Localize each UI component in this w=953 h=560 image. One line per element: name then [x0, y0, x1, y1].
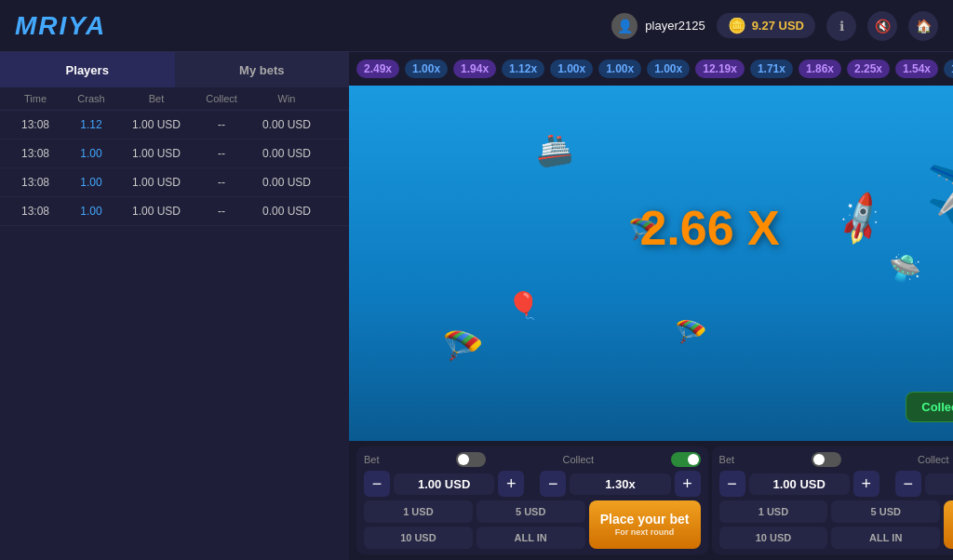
home-button[interactable]: 🏠	[908, 11, 938, 41]
main-layout: Players My bets Time Crash Bet Collect W…	[0, 52, 953, 560]
quick-btns-1: 1 USD 5 USD 10 USD ALL IN	[364, 500, 585, 549]
collect-minus-2[interactable]: −	[895, 471, 921, 497]
collect-value-2: 2.50x	[925, 473, 953, 495]
collect-label-2: Collect	[918, 454, 949, 465]
bet-bottom-2: 1 USD 5 USD 10 USD ALL IN Place your bet…	[719, 500, 953, 549]
mult-badge: 1.33x	[944, 60, 953, 78]
multiplier-bar: 2.49x 1.00x 1.94x 1.12x 1.00x 1.00x 1.00…	[349, 52, 953, 86]
bet-amount-section-2: − 1.00 USD +	[719, 471, 879, 497]
bet-minus-1[interactable]: −	[364, 471, 390, 497]
mute-button[interactable]: 🔇	[867, 11, 897, 41]
collected-badge: Collected: 2.50 USD	[906, 392, 953, 422]
btn-5usd-1[interactable]: 5 USD	[476, 500, 585, 523]
logo: MRIYA	[15, 11, 106, 41]
btn-10usd-1[interactable]: 10 USD	[364, 527, 473, 549]
left-panel: Players My bets Time Crash Bet Collect W…	[0, 52, 349, 560]
collect-toggle-1[interactable]	[671, 452, 701, 467]
place-bet-button-1[interactable]: Place your bet For next round	[589, 500, 701, 549]
col-win: Win	[249, 93, 324, 104]
bottom-controls: Bet Collect − 1.00 USD + − 1.30x +	[349, 441, 953, 560]
bet-label-1: Bet	[364, 454, 380, 465]
amount-row-1: − 1.00 USD + − 1.30x +	[364, 471, 701, 497]
mult-badge: 1.00x	[647, 60, 690, 78]
table-header: Time Crash Bet Collect Win	[0, 87, 349, 111]
game-canvas: 🚢 ✈️ 🚀 🛸 🎈 2.66 X 🪂 🪂 🪂 Collected: 2.50 …	[349, 86, 953, 441]
quick-btns-2: 1 USD 5 USD 10 USD ALL IN	[719, 500, 941, 549]
bet-toggle-2[interactable]	[812, 452, 841, 467]
header: MRIYA 👤 player2125 🪙 9.27 USD ℹ 🔇 🏠	[0, 0, 953, 52]
col-time: Time	[7, 93, 63, 104]
bet-label-2: Bet	[719, 454, 735, 465]
coin-icon: 🪙	[728, 17, 746, 34]
bet-top-row-2: Bet Collect	[719, 452, 953, 467]
table-row: 13:08 1.00 1.00 USD -- 0.00 USD	[0, 140, 349, 168]
blimp-mid: 🎈	[507, 290, 540, 321]
username: player2125	[645, 19, 705, 33]
place-bet-label-1: Place your bet	[600, 512, 690, 527]
btn-allin-1[interactable]: ALL IN	[476, 527, 585, 549]
balance-box: 🪙 9.27 USD	[717, 13, 815, 38]
parachute1: 🪂	[442, 327, 484, 367]
plane: ✈️	[926, 160, 953, 226]
table-row: 13:08 1.00 1.00 USD -- 0.00 USD	[0, 168, 349, 197]
amount-row-2: − 1.00 USD + − 2.50x +	[719, 471, 953, 497]
mult-badge: 2.25x	[847, 60, 890, 78]
bet-amount-2: 1.00 USD	[749, 473, 850, 495]
collect-plus-1[interactable]: +	[675, 471, 701, 497]
rocket2: 🛸	[889, 253, 921, 284]
right-panel: 2.49x 1.00x 1.94x 1.12x 1.00x 1.00x 1.00…	[349, 52, 953, 560]
bet-panel-2: Bet Collect − 1.00 USD + − 2.50x +	[712, 447, 953, 554]
mult-badge: 1.86x	[799, 60, 841, 78]
bet-top-row-1: Bet Collect	[364, 452, 701, 467]
tab-my-bets[interactable]: My bets	[175, 52, 350, 87]
bet-minus-2[interactable]: −	[719, 471, 745, 497]
mult-badge: 1.12x	[502, 60, 544, 78]
balance-value: 9.27 USD	[752, 19, 804, 33]
user-info: 👤 player2125	[611, 13, 705, 39]
tab-players[interactable]: Players	[0, 52, 175, 87]
mult-badge: 2.49x	[356, 60, 399, 78]
mult-badge: 1.00x	[405, 60, 448, 78]
btn-1usd-1[interactable]: 1 USD	[364, 500, 473, 523]
mult-badge: 1.00x	[598, 60, 641, 78]
btn-10usd-2[interactable]: 10 USD	[719, 527, 828, 549]
collect-value-1: 1.30x	[570, 473, 670, 495]
collect-minus-1[interactable]: −	[540, 471, 566, 497]
bet-plus-1[interactable]: +	[498, 471, 524, 497]
bet-toggle-1[interactable]	[456, 452, 486, 467]
header-right: 👤 player2125 🪙 9.27 USD ℹ 🔇 🏠	[611, 11, 938, 41]
avatar: 👤	[611, 13, 638, 39]
multiplier-display: 2.66 X	[639, 200, 779, 256]
logo-text: MRIYA	[15, 11, 106, 40]
rocket: 🚀	[830, 189, 893, 250]
place-bet-button-2[interactable]: Place your bet For next round	[944, 500, 953, 549]
collect-amount-section-2: − 2.50x +	[895, 471, 953, 497]
mult-badge: 1.00x	[550, 60, 593, 78]
mult-badge: 12.19x	[695, 60, 745, 78]
col-collect: Collect	[194, 93, 249, 104]
info-button[interactable]: ℹ	[826, 11, 856, 41]
bet-plus-2[interactable]: +	[853, 471, 879, 497]
tabs-row: Players My bets	[0, 52, 349, 87]
collect-amount-section-1: − 1.30x +	[540, 471, 700, 497]
col-crash: Crash	[63, 93, 119, 104]
mult-badge: 1.94x	[453, 60, 496, 78]
table-row: 13:08 1.00 1.00 USD -- 0.00 USD	[0, 197, 349, 226]
table-row: 13:08 1.12 1.00 USD -- 0.00 USD	[0, 111, 349, 140]
parachute2: 🪂	[675, 317, 707, 348]
btn-1usd-2[interactable]: 1 USD	[719, 500, 828, 523]
blimp-top: 🚢	[532, 129, 575, 170]
bet-bottom-1: 1 USD 5 USD 10 USD ALL IN Place your bet…	[364, 500, 701, 549]
table-rows: 13:08 1.12 1.00 USD -- 0.00 USD 13:08 1.…	[0, 111, 349, 560]
collect-label-1: Collect	[562, 454, 594, 465]
bet-amount-1: 1.00 USD	[394, 473, 494, 495]
bet-panel-1: Bet Collect − 1.00 USD + − 1.30x +	[356, 447, 708, 554]
btn-5usd-2[interactable]: 5 USD	[831, 500, 940, 523]
col-bet: Bet	[119, 93, 194, 104]
mult-badge: 1.71x	[750, 60, 793, 78]
mult-badge: 1.54x	[895, 60, 938, 78]
place-bet-sub-1: For next round	[615, 527, 675, 538]
bet-amount-section-1: − 1.00 USD +	[364, 471, 524, 497]
btn-allin-2[interactable]: ALL IN	[831, 527, 940, 549]
